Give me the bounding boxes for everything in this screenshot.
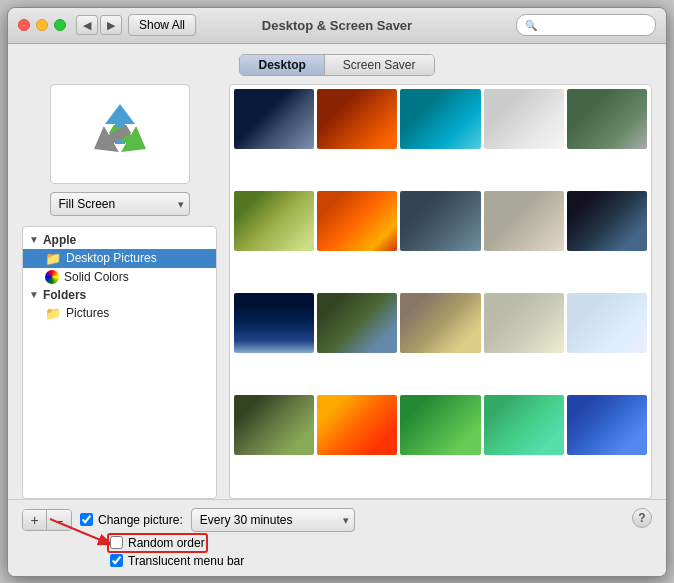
sidebar-section-folders[interactable]: ▼ Folders xyxy=(23,286,216,304)
search-icon: 🔍 xyxy=(525,20,537,31)
show-all-button[interactable]: Show All xyxy=(128,14,196,36)
minimize-button[interactable] xyxy=(36,19,48,31)
right-panel xyxy=(229,84,652,499)
thumbnail-6[interactable] xyxy=(234,191,314,251)
thumbnail-18[interactable] xyxy=(400,395,480,455)
help-button[interactable]: ? xyxy=(632,508,652,528)
folder-icon-desktop: 📁 xyxy=(45,251,61,266)
fill-select[interactable]: Fill Screen Fit to Screen Stretch to Fil… xyxy=(50,192,190,216)
left-panel: Fill Screen Fit to Screen Stretch to Fil… xyxy=(22,84,217,499)
folder-icon-pictures: 📁 xyxy=(45,306,61,321)
change-picture-label[interactable]: Change picture: xyxy=(80,513,183,527)
bottom-row-2: Random order xyxy=(110,536,632,550)
sidebar-item-pictures-label: Pictures xyxy=(66,306,109,320)
tabs-row: Desktop Screen Saver xyxy=(8,44,666,84)
thumbnail-9[interactable] xyxy=(484,191,564,251)
random-order-label[interactable]: Random order xyxy=(110,536,205,550)
color-icon-solid xyxy=(45,270,59,284)
forward-button[interactable]: ▶ xyxy=(100,15,122,35)
window-title: Desktop & Screen Saver xyxy=(262,18,412,33)
thumbnail-7[interactable] xyxy=(317,191,397,251)
random-order-checkbox[interactable] xyxy=(110,536,123,549)
thumbnail-12[interactable] xyxy=(317,293,397,353)
sidebar-item-solid-colors[interactable]: Solid Colors xyxy=(23,268,216,286)
bottom-bar: + – Change picture: Every 5 seconds Ever… xyxy=(8,499,666,576)
sidebar-section-folders-label: Folders xyxy=(43,288,86,302)
thumbnail-10[interactable] xyxy=(567,191,647,251)
thumbnail-20[interactable] xyxy=(567,395,647,455)
sidebar-item-desktop-pictures-label: Desktop Pictures xyxy=(66,251,157,265)
bottom-row-3: Translucent menu bar xyxy=(110,554,632,568)
sidebar-section-apple[interactable]: ▼ Apple xyxy=(23,231,216,249)
sidebar-section-apple-label: Apple xyxy=(43,233,76,247)
thumbnail-2[interactable] xyxy=(317,89,397,149)
interval-select[interactable]: Every 5 seconds Every 1 minute Every 5 m… xyxy=(191,508,355,532)
thumbnail-3[interactable] xyxy=(400,89,480,149)
thumbnail-16[interactable] xyxy=(234,395,314,455)
change-picture-text: Change picture: xyxy=(98,513,183,527)
back-button[interactable]: ◀ xyxy=(76,15,98,35)
image-grid xyxy=(229,84,652,499)
fill-dropdown: Fill Screen Fit to Screen Stretch to Fil… xyxy=(22,192,217,216)
search-box[interactable]: 🔍 xyxy=(516,14,656,36)
add-button[interactable]: + xyxy=(23,510,47,530)
translucent-menu-bar-checkbox[interactable] xyxy=(110,554,123,567)
change-picture-checkbox[interactable] xyxy=(80,513,93,526)
sidebar-item-solid-colors-label: Solid Colors xyxy=(64,270,129,284)
main-content: Fill Screen Fit to Screen Stretch to Fil… xyxy=(8,84,666,499)
add-remove-buttons: + – xyxy=(22,509,72,531)
zoom-button[interactable] xyxy=(54,19,66,31)
random-order-text: Random order xyxy=(128,536,205,550)
sidebar-item-pictures[interactable]: 📁 Pictures xyxy=(23,304,216,323)
bottom-row-1: + – Change picture: Every 5 seconds Ever… xyxy=(22,508,632,532)
thumbnail-15[interactable] xyxy=(567,293,647,353)
tab-group: Desktop Screen Saver xyxy=(239,54,434,76)
traffic-lights xyxy=(18,19,66,31)
titlebar: ◀ ▶ Show All Desktop & Screen Saver 🔍 xyxy=(8,8,666,44)
desktop-screen-saver-window: ◀ ▶ Show All Desktop & Screen Saver 🔍 De… xyxy=(7,7,667,577)
remove-button[interactable]: – xyxy=(47,510,71,530)
triangle-apple: ▼ xyxy=(29,234,39,245)
search-input[interactable] xyxy=(541,18,647,32)
fill-select-wrapper: Fill Screen Fit to Screen Stretch to Fil… xyxy=(50,192,190,216)
translucent-menu-bar-label[interactable]: Translucent menu bar xyxy=(110,554,244,568)
translucent-menu-bar-text: Translucent menu bar xyxy=(128,554,244,568)
thumbnail-5[interactable] xyxy=(567,89,647,149)
thumbnail-8[interactable] xyxy=(400,191,480,251)
sidebar-item-desktop-pictures[interactable]: 📁 Desktop Pictures xyxy=(23,249,216,268)
nav-buttons: ◀ ▶ xyxy=(76,15,122,35)
tab-desktop[interactable]: Desktop xyxy=(240,55,324,75)
thumbnail-13[interactable] xyxy=(400,293,480,353)
thumbnail-17[interactable] xyxy=(317,395,397,455)
preview-box xyxy=(50,84,190,184)
triangle-folders: ▼ xyxy=(29,289,39,300)
close-button[interactable] xyxy=(18,19,30,31)
thumbnail-19[interactable] xyxy=(484,395,564,455)
preview-image xyxy=(80,94,160,174)
thumbnail-14[interactable] xyxy=(484,293,564,353)
sidebar-tree: ▼ Apple 📁 Desktop Pictures Solid Colors … xyxy=(22,226,217,499)
random-order-highlighted: Random order xyxy=(110,536,205,550)
thumbnail-1[interactable] xyxy=(234,89,314,149)
help-area: ? xyxy=(632,508,652,530)
thumbnail-4[interactable] xyxy=(484,89,564,149)
interval-select-wrapper: Every 5 seconds Every 1 minute Every 5 m… xyxy=(191,508,355,532)
tab-screen-saver[interactable]: Screen Saver xyxy=(325,55,434,75)
thumbnail-11[interactable] xyxy=(234,293,314,353)
